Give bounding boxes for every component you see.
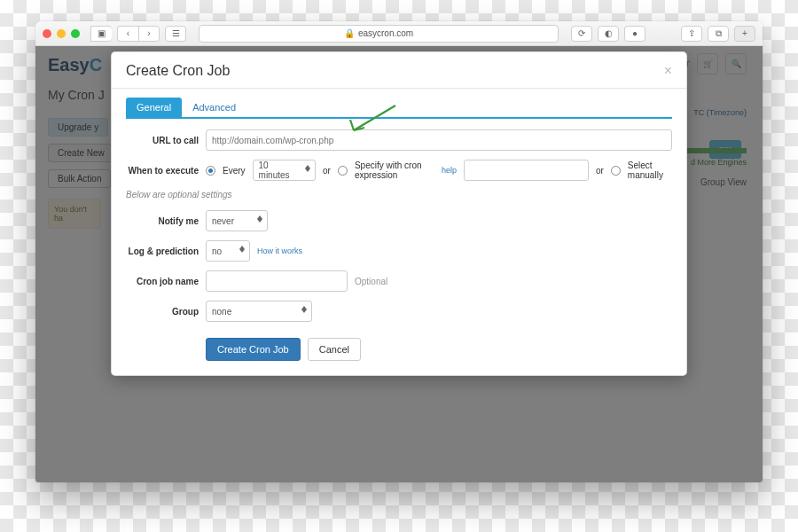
tab-advanced[interactable]: Advanced	[182, 98, 246, 117]
sidebar-toggle[interactable]: ▣	[90, 26, 112, 42]
create-cron-modal: Create Cron Job × General Advanced URL t…	[111, 51, 687, 376]
modal-footer: Create Cron Job Cancel	[206, 338, 672, 361]
close-icon[interactable]: ×	[664, 63, 672, 79]
how-it-works-link[interactable]: How it works	[257, 246, 302, 255]
titlebar: ▣ ‹ › ☰ 🔒 easycron.com ⟳ ◐ ● ⇪ ⧉ +	[35, 21, 763, 46]
modal-body: General Advanced URL to call When to exe…	[112, 89, 686, 375]
submit-button[interactable]: Create Cron Job	[206, 338, 301, 361]
label-name: Cron job name	[126, 277, 199, 286]
browser-window: ▣ ‹ › ☰ 🔒 easycron.com ⟳ ◐ ● ⇪ ⧉ + om, L…	[35, 21, 763, 482]
row-name: Cron job name Optional	[126, 270, 672, 292]
url-text: easycron.com	[358, 28, 413, 38]
radio-manual[interactable]	[611, 166, 621, 176]
row-url: URL to call	[126, 129, 672, 151]
reader-button[interactable]: ☰	[165, 26, 186, 42]
label-url: URL to call	[126, 136, 199, 145]
optional-hint: Below are optional settings	[126, 190, 672, 200]
modal-title: Create Cron Job	[126, 63, 230, 79]
radio-every[interactable]	[206, 166, 215, 176]
radio-cron-expression[interactable]	[338, 166, 348, 176]
new-tab-button[interactable]: +	[734, 26, 755, 42]
close-window-icon[interactable]	[43, 29, 51, 38]
tab-general[interactable]: General	[126, 98, 182, 117]
back-button[interactable]: ‹	[117, 26, 138, 42]
interval-select[interactable]: 10 minutes	[253, 160, 316, 181]
label-when: When to execute	[126, 166, 199, 176]
address-bar[interactable]: 🔒 easycron.com	[199, 25, 559, 43]
cron-name-input[interactable]	[206, 270, 348, 292]
modal-header: Create Cron Job ×	[112, 52, 686, 89]
share-button[interactable]: ⇪	[681, 26, 702, 42]
manual-label: Select manually	[628, 160, 672, 180]
label-group: Group	[126, 307, 199, 317]
help-link[interactable]: help	[442, 166, 457, 175]
privacy-button[interactable]: ●	[624, 26, 645, 42]
modal-tabs: General Advanced	[126, 98, 672, 119]
panel-icon[interactable]: ▣	[90, 26, 112, 42]
tabs-button[interactable]: ⧉	[708, 26, 729, 42]
maximize-window-icon[interactable]	[71, 29, 80, 38]
group-select[interactable]: none	[206, 301, 312, 322]
or-text-1: or	[323, 166, 331, 176]
row-notify: Notify me never	[126, 210, 672, 231]
row-group: Group none	[126, 301, 672, 322]
reader-mode-button[interactable]: ◐	[598, 26, 619, 42]
label-notify: Notify me	[126, 216, 199, 226]
row-log: Log & prediction no How it works	[126, 240, 672, 262]
optional-text: Optional	[355, 277, 387, 286]
forward-button[interactable]: ›	[138, 26, 160, 42]
nav-buttons: ‹ ›	[117, 26, 160, 42]
lock-icon: 🔒	[344, 28, 355, 38]
minimize-window-icon[interactable]	[57, 29, 66, 38]
notify-select[interactable]: never	[206, 210, 268, 231]
every-label: Every	[223, 166, 246, 176]
specify-label: Specify with cron expression	[355, 160, 434, 180]
label-log: Log & prediction	[126, 246, 199, 256]
or-text-2: or	[596, 166, 604, 176]
row-when: When to execute Every 10 minutes or Spec…	[126, 160, 672, 181]
window-controls	[43, 29, 80, 38]
page-viewport: om, LOGOUT 🛒 🔍 EasyC TC (Timezone) My Cr…	[35, 46, 763, 482]
cancel-button[interactable]: Cancel	[308, 338, 361, 361]
log-select[interactable]: no	[206, 240, 250, 262]
url-input[interactable]	[206, 129, 672, 151]
cron-expression-input[interactable]	[464, 160, 589, 181]
reload-button[interactable]: ⟳	[571, 26, 592, 42]
